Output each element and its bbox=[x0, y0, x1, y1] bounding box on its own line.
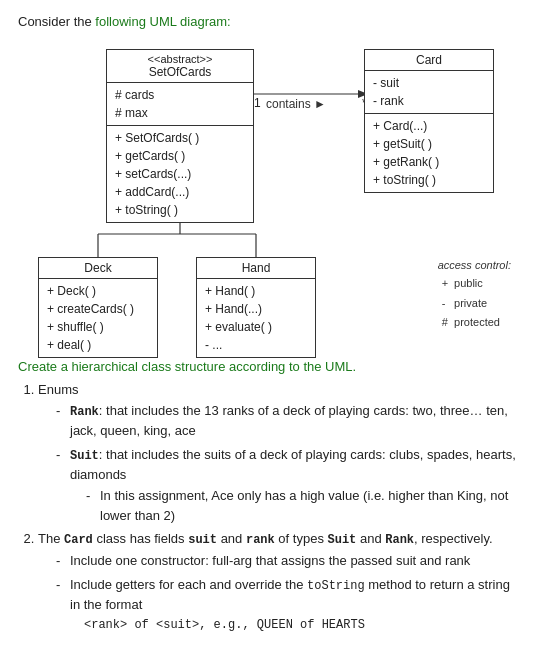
card-field-rank: - rank bbox=[373, 92, 485, 110]
setofcards-fields: # cards # max bbox=[107, 83, 253, 126]
suit-field-code: suit bbox=[188, 533, 217, 547]
setofcards-header: <<abstract>> SetOfCards bbox=[107, 50, 253, 83]
item2-sub-tostring: Include getters for each and override th… bbox=[56, 575, 519, 635]
rank-code: Rank bbox=[70, 405, 99, 419]
card-method-0: + Card(...) bbox=[373, 117, 485, 135]
item1-suit-ace-note: In this assignment, Ace only has a high … bbox=[86, 486, 519, 525]
setofcards-abstract-label: <<abstract>> bbox=[115, 53, 245, 65]
access-control-public: + public bbox=[440, 275, 502, 293]
item2-sublist: Include one constructor: full-arg that a… bbox=[56, 551, 519, 634]
instructions-title: Create a hierarchical class structure ac… bbox=[18, 359, 519, 374]
protected-label: protected bbox=[452, 314, 502, 332]
hand-header: Hand bbox=[197, 258, 315, 279]
deck-methods: + Deck( ) + createCards( ) + shuffle( ) … bbox=[39, 279, 157, 357]
card-method-3: + toString( ) bbox=[373, 171, 485, 189]
uml-box-setofcards: <<abstract>> SetOfCards # cards # max + … bbox=[106, 49, 254, 223]
item1-sublist: Rank: that includes the 13 ranks of a de… bbox=[56, 401, 519, 525]
setofcards-field-cards: # cards bbox=[115, 86, 245, 104]
hand-method-1: + Hand(...) bbox=[205, 300, 307, 318]
private-label: private bbox=[452, 295, 502, 313]
setofcards-methods: + SetOfCards( ) + getCards( ) + setCards… bbox=[107, 126, 253, 222]
intro-paragraph: Consider the following UML diagram: bbox=[18, 14, 519, 29]
deck-method-1: + createCards( ) bbox=[47, 300, 149, 318]
rank-field-code: rank bbox=[246, 533, 275, 547]
item1-label: Enums bbox=[38, 382, 78, 397]
instructions-item-1: Enums Rank: that includes the 13 ranks o… bbox=[38, 382, 519, 525]
setofcards-method-2: + setCards(...) bbox=[115, 165, 245, 183]
rank-type-code: Rank bbox=[385, 533, 414, 547]
deck-header: Deck bbox=[39, 258, 157, 279]
card-method-1: + getSuit( ) bbox=[373, 135, 485, 153]
setofcards-field-max: # max bbox=[115, 104, 245, 122]
setofcards-method-0: + SetOfCards( ) bbox=[115, 129, 245, 147]
public-label: public bbox=[452, 275, 502, 293]
card-field-suit: - suit bbox=[373, 74, 485, 92]
instructions-section: Create a hierarchical class structure ac… bbox=[18, 359, 519, 634]
access-control-private: - private bbox=[440, 295, 502, 313]
suit-code: Suit bbox=[70, 449, 99, 463]
access-control-legend: access control: + public - private # pro… bbox=[438, 259, 511, 334]
hand-method-3: - ... bbox=[205, 336, 307, 354]
setofcards-method-1: + getCards( ) bbox=[115, 147, 245, 165]
hand-method-0: + Hand( ) bbox=[205, 282, 307, 300]
contains-one-label: 1 bbox=[254, 96, 261, 110]
card-header: Card bbox=[365, 50, 493, 71]
uml-diagram: <<abstract>> SetOfCards # cards # max + … bbox=[18, 39, 519, 349]
suit-type-code: Suit bbox=[328, 533, 357, 547]
tostring-example: <rank> of <suit>, e.g., QUEEN of HEARTS bbox=[84, 616, 519, 634]
uml-box-card: Card - suit - rank + Card(...) + getSuit… bbox=[364, 49, 494, 193]
item1-sub-suit: Suit: that includes the suits of a deck … bbox=[56, 445, 519, 526]
card-methods: + Card(...) + getSuit( ) + getRank( ) + … bbox=[365, 114, 493, 192]
item2-sub-constructor: Include one constructor: full-arg that a… bbox=[56, 551, 519, 571]
setofcards-method-3: + addCard(...) bbox=[115, 183, 245, 201]
access-control-protected: # protected bbox=[440, 314, 502, 332]
deck-method-0: + Deck( ) bbox=[47, 282, 149, 300]
hand-methods: + Hand( ) + Hand(...) + evaluate( ) - ..… bbox=[197, 279, 315, 357]
access-control-table: + public - private # protected bbox=[438, 273, 504, 334]
contains-label: contains ► bbox=[266, 97, 326, 111]
access-control-title: access control: bbox=[438, 259, 511, 271]
uml-box-hand: Hand + Hand( ) + Hand(...) + evaluate( )… bbox=[196, 257, 316, 358]
protected-symbol: # bbox=[440, 314, 450, 332]
deck-method-2: + shuffle( ) bbox=[47, 318, 149, 336]
public-symbol: + bbox=[440, 275, 450, 293]
private-symbol: - bbox=[440, 295, 450, 313]
card-class-code: Card bbox=[64, 533, 93, 547]
setofcards-method-4: + toString( ) bbox=[115, 201, 245, 219]
tostring-code: toString bbox=[307, 579, 365, 593]
uml-box-deck: Deck + Deck( ) + createCards( ) + shuffl… bbox=[38, 257, 158, 358]
intro-highlight: following UML diagram: bbox=[95, 14, 230, 29]
deck-method-3: + deal( ) bbox=[47, 336, 149, 354]
hand-method-2: + evaluate( ) bbox=[205, 318, 307, 336]
card-fields: - suit - rank bbox=[365, 71, 493, 114]
setofcards-title: SetOfCards bbox=[115, 65, 245, 79]
instructions-item-2: The Card class has fields suit and rank … bbox=[38, 531, 519, 634]
card-method-2: + getRank( ) bbox=[373, 153, 485, 171]
item1-suit-sublist: In this assignment, Ace only has a high … bbox=[86, 486, 519, 525]
item1-sub-rank: Rank: that includes the 13 ranks of a de… bbox=[56, 401, 519, 441]
instructions-list: Enums Rank: that includes the 13 ranks o… bbox=[38, 382, 519, 634]
